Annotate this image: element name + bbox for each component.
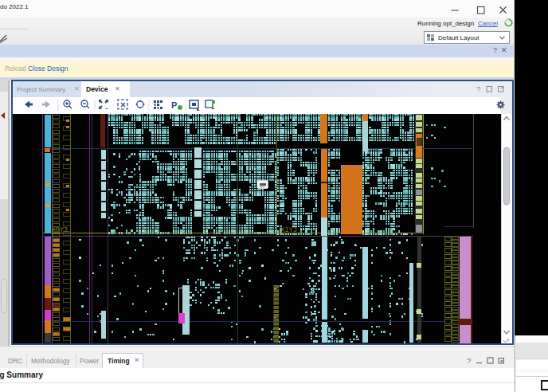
svg-text:X0Y3: X0Y3 xyxy=(51,225,68,233)
svg-text:?: ? xyxy=(467,356,471,365)
svg-text:X1Y3: X1Y3 xyxy=(280,225,297,233)
svg-text:P: P xyxy=(171,100,177,110)
svg-text:?: ? xyxy=(476,84,480,93)
